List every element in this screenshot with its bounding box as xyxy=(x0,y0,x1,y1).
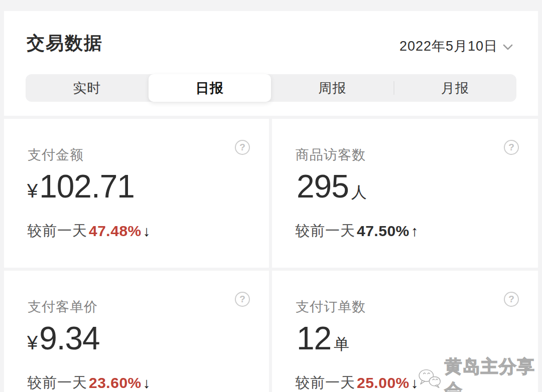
metric-card-product-visitors[interactable]: 商品访客数 ? 295 人 较前一天 47.50% ↑ xyxy=(272,119,538,268)
metric-card-payment-per-customer[interactable]: 支付客单价 ? ¥ 9.34 较前一天 23.60% ↓ xyxy=(4,271,269,392)
tab-realtime[interactable]: 实时 xyxy=(26,74,149,102)
metric-value-row: ¥ 9.34 xyxy=(27,320,102,357)
tab-monthly-report[interactable]: 月报 xyxy=(394,74,517,102)
metric-label: 商品访客数 xyxy=(296,146,366,164)
transaction-data-screen: 交易数据 2022年5月10日 实时 日报 周报 月报 支付金额 ? ¥ 102… xyxy=(0,0,542,392)
currency-symbol: ¥ xyxy=(27,332,38,354)
metric-label: 支付金额 xyxy=(28,146,84,164)
trend-down-icon: ↓ xyxy=(411,375,419,391)
metric-card-payment-amount[interactable]: 支付金额 ? ¥ 102.71 较前一天 47.48% ↓ xyxy=(4,119,269,268)
metric-value-row: 12 单 xyxy=(295,320,349,357)
compare-percent: 47.50% xyxy=(357,223,410,240)
chevron-down-icon xyxy=(503,44,513,50)
metric-unit: 人 xyxy=(351,182,367,203)
help-icon[interactable]: ? xyxy=(235,292,250,307)
compare-prefix: 较前一天 xyxy=(27,221,87,241)
tab-weekly-report[interactable]: 周报 xyxy=(271,74,394,102)
trend-down-icon: ↓ xyxy=(143,223,151,240)
metric-value: 295 xyxy=(297,168,349,205)
tab-daily-report[interactable]: 日报 xyxy=(149,74,272,102)
help-icon[interactable]: ? xyxy=(235,140,250,155)
metric-value-row: ¥ 102.71 xyxy=(27,168,137,205)
date-picker[interactable]: 2022年5月10日 xyxy=(399,37,513,55)
metric-change-row: 较前一天 25.00% ↓ xyxy=(295,373,418,392)
trend-down-icon: ↓ xyxy=(143,375,151,391)
compare-prefix: 较前一天 xyxy=(295,221,355,241)
report-period-tab-bar: 实时 日报 周报 月报 xyxy=(26,74,516,102)
help-icon[interactable]: ? xyxy=(504,140,519,155)
help-icon[interactable]: ? xyxy=(504,292,519,307)
metric-change-row: 较前一天 47.50% ↑ xyxy=(295,221,418,241)
page-title: 交易数据 xyxy=(27,31,103,56)
currency-symbol: ¥ xyxy=(27,180,38,202)
metric-value-row: 295 人 xyxy=(295,168,367,205)
compare-percent: 25.00% xyxy=(357,374,410,391)
metric-unit: 单 xyxy=(334,334,349,355)
metric-value: 12 xyxy=(297,320,331,357)
metric-label: 支付客单价 xyxy=(28,298,98,316)
tab-divider xyxy=(393,81,394,95)
compare-prefix: 较前一天 xyxy=(27,373,87,392)
date-label: 2022年5月10日 xyxy=(399,37,498,55)
metric-value: 9.34 xyxy=(39,320,100,357)
metric-label: 支付订单数 xyxy=(296,298,366,316)
metric-change-row: 较前一天 23.60% ↓ xyxy=(27,373,150,392)
metric-change-row: 较前一天 47.48% ↓ xyxy=(27,221,150,241)
compare-percent: 47.48% xyxy=(89,223,142,240)
trend-up-icon: ↑ xyxy=(411,223,419,240)
header-panel: 交易数据 2022年5月10日 实时 日报 周报 月报 xyxy=(4,11,538,116)
compare-percent: 23.60% xyxy=(89,374,142,391)
metric-value: 102.71 xyxy=(39,168,134,205)
metric-card-payment-orders[interactable]: 支付订单数 ? 12 单 较前一天 25.00% ↓ xyxy=(272,271,538,392)
compare-prefix: 较前一天 xyxy=(295,373,355,392)
